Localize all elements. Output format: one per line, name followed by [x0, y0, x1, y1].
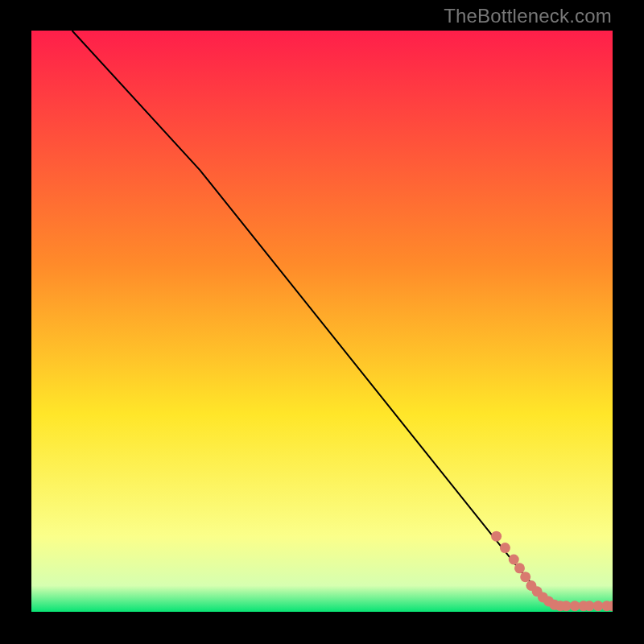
watermark-text: TheBottleneck.com — [444, 5, 612, 27]
gradient-background — [31, 31, 613, 612]
data-point — [491, 531, 502, 542]
chart-frame: TheBottleneck.com — [0, 0, 644, 644]
data-point — [514, 563, 525, 573]
data-point — [520, 572, 530, 582]
data-point — [500, 543, 510, 553]
chart-svg — [31, 31, 613, 612]
plot-area — [31, 31, 613, 612]
data-point — [509, 555, 519, 565]
